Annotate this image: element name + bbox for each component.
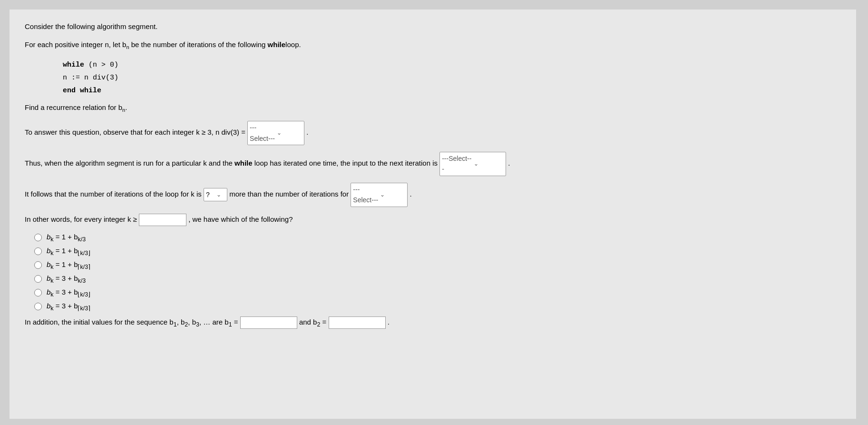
find-recurrence-line: Find a recurrence relation for bn. — [25, 102, 841, 115]
select-1[interactable]: ---Select--- ⌄ — [247, 121, 304, 145]
addition-text6: and b — [299, 318, 317, 326]
select-3-label: ? — [206, 189, 215, 200]
code-endwhile: end while — [63, 87, 101, 95]
thus-bold: while — [234, 159, 253, 167]
addition-text1: In addition, the initial values for the … — [25, 318, 174, 326]
radio-opt1[interactable] — [34, 234, 42, 241]
radio-options-group: bk = 1 + bk/3 bk = 1 + b⌊k/3⌋ bk = 1 + b… — [34, 233, 841, 312]
para1-text1: For each positive integer n, let b — [25, 40, 126, 49]
paragraph1-line: For each positive integer n, let bn be t… — [25, 39, 841, 52]
observe-end: . — [306, 128, 308, 137]
addition-text7: = — [320, 318, 326, 326]
thus-line: Thus, when the algorithm segment is run … — [25, 152, 841, 176]
code-while: while — [63, 61, 84, 69]
addition-text4: , … are b — [199, 318, 229, 326]
addition-end: . — [388, 318, 390, 326]
radio-label-5[interactable]: bk = 3 + b⌊k/3⌋ — [47, 288, 90, 298]
radio-opt5[interactable] — [34, 289, 42, 297]
observe-text: To answer this question, observe that fo… — [25, 128, 245, 137]
words-text1: In other words, for every integer k ≥ — [25, 215, 137, 223]
select-4-label: ---Select--- — [353, 184, 378, 206]
b2-input[interactable] — [329, 316, 386, 329]
find-text: Find a recurrence relation for b — [25, 103, 122, 111]
radio-label-3[interactable]: bk = 1 + b⌈k/3⌉ — [47, 260, 90, 270]
follows-text2: more than the number of iterations for — [229, 190, 349, 198]
radio-item-5: bk = 3 + b⌊k/3⌋ — [34, 288, 841, 298]
radio-label-1[interactable]: bk = 1 + bk/3 — [47, 233, 86, 243]
radio-item-4: bk = 3 + bk/3 — [34, 274, 841, 284]
radio-opt3[interactable] — [34, 261, 42, 269]
code-block: while (n > 0) n := n div(3) end while — [63, 59, 841, 97]
k-value-input[interactable] — [139, 214, 186, 226]
follows-end: . — [410, 190, 412, 198]
select-2-label: ---Select--- — [442, 153, 472, 175]
radio-opt4[interactable] — [34, 275, 42, 283]
radio-item-3: bk = 1 + b⌈k/3⌉ — [34, 260, 841, 270]
addition-line: In addition, the initial values for the … — [25, 316, 841, 329]
select-1-label: ---Select--- — [250, 122, 275, 144]
select-2[interactable]: ---Select--- ⌄ — [439, 152, 506, 176]
radio-label-2[interactable]: bk = 1 + b⌊k/3⌋ — [47, 247, 90, 257]
title-text: Consider the following algorithm segment… — [25, 22, 157, 30]
radio-item-6: bk = 3 + b⌈k/3⌉ — [34, 302, 841, 312]
chevron-down-icon-4: ⌄ — [380, 190, 405, 199]
thus-end: . — [508, 159, 510, 167]
chevron-down-icon-2: ⌄ — [474, 159, 504, 168]
code-line1: while (n > 0) — [63, 59, 841, 71]
select-3[interactable]: ? ⌄ — [204, 188, 227, 201]
addition-text5: = — [232, 318, 238, 326]
code-cond: (n > 0) — [84, 61, 118, 69]
b1-input[interactable] — [240, 316, 297, 329]
addition-text2: , b — [177, 318, 185, 326]
words-text2: , we have which of the following? — [188, 215, 293, 223]
thus-text1: Thus, when the algorithm segment is run … — [25, 159, 233, 167]
radio-item-2: bk = 1 + b⌊k/3⌋ — [34, 247, 841, 257]
code-assign: n := n div(3) — [63, 74, 118, 82]
words-line: In other words, for every integer k ≥ , … — [25, 214, 841, 226]
radio-opt6[interactable] — [34, 303, 42, 310]
thus-text2: loop has iterated one time, the input to… — [254, 159, 438, 167]
para1-end: loop. — [285, 40, 301, 49]
addition-text3: , b — [188, 318, 196, 326]
addition-sub3: 3 — [196, 321, 199, 328]
select-4[interactable]: ---Select--- ⌄ — [351, 183, 408, 207]
addition-sub4: 1 — [229, 321, 232, 328]
radio-opt2[interactable] — [34, 247, 42, 255]
chevron-down-icon-1: ⌄ — [277, 128, 302, 138]
follows-line: It follows that the number of iterations… — [25, 183, 841, 207]
find-end: . — [125, 103, 127, 111]
addition-sub1: 1 — [174, 321, 177, 328]
code-line3: end while — [63, 84, 841, 97]
code-line2: n := n div(3) — [63, 71, 841, 84]
para1-cont: be the number of iterations of the follo… — [129, 40, 266, 49]
main-container: Consider the following algorithm segment… — [10, 10, 856, 419]
para1-bold: while — [268, 40, 286, 49]
follows-text1: It follows that the number of iterations… — [25, 190, 202, 198]
radio-label-6[interactable]: bk = 3 + b⌈k/3⌉ — [47, 302, 90, 312]
radio-label-4[interactable]: bk = 3 + bk/3 — [47, 274, 86, 284]
observe-line: To answer this question, observe that fo… — [25, 121, 841, 145]
chevron-down-icon-3: ⌄ — [216, 190, 225, 199]
radio-item-1: bk = 1 + bk/3 — [34, 233, 841, 243]
title-line: Consider the following algorithm segment… — [25, 21, 841, 32]
